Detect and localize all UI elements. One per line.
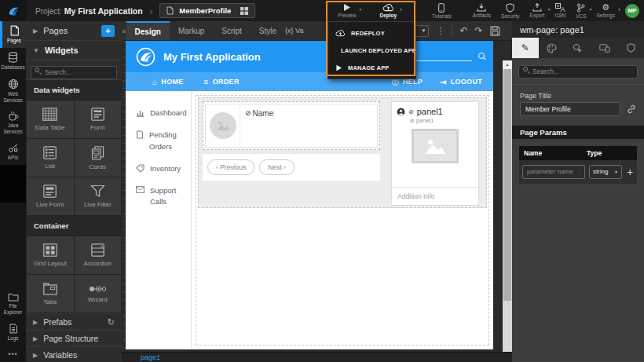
tab-security[interactable] [617, 38, 644, 58]
menu-item-manage-app[interactable]: MANAGE APP [328, 59, 415, 76]
sidebar-item-support-calls[interactable]: Support Calls [126, 180, 191, 214]
nav-home[interactable]: ⌂HOME [152, 78, 184, 86]
page-content-container[interactable]: ⊘ Name ‹ Previous Next › [196, 95, 489, 346]
image-placeholder-circle[interactable] [210, 112, 236, 139]
app-header[interactable]: My First Application [126, 41, 493, 72]
widget-tile-tabs[interactable]: Tabs [27, 275, 74, 313]
export-button[interactable]: Export ▼ [530, 3, 545, 18]
menu-item-launch-deployed-app[interactable]: LAUNCH DEPLOYED APP [328, 42, 415, 59]
variables-button[interactable]: {x} Va [285, 27, 303, 35]
top-bar: Project: My First Application › MemberPr… [0, 0, 644, 21]
canvas-scrollbar[interactable]: ▲ ▼ [503, 60, 512, 362]
artifacts-button[interactable]: Artifacts [473, 3, 491, 18]
deploy-label: Deploy [379, 13, 397, 18]
widget-tile-accordion[interactable]: Accordion [75, 236, 122, 274]
search-icon[interactable] [478, 53, 485, 60]
tab-properties[interactable]: ✎ [512, 38, 539, 58]
widget-search-input[interactable] [31, 66, 117, 79]
scroll-up-button[interactable]: ▲ [503, 60, 512, 69]
param-type-select[interactable]: string ▼ [589, 165, 622, 179]
rail-item-databases[interactable]: Databases [0, 48, 26, 75]
branch-icon [576, 3, 585, 13]
rail-item-file-explorer[interactable]: File Explorer [0, 288, 26, 320]
tab-devices[interactable] [591, 38, 618, 58]
variables-section-header[interactable]: ▶ Variables [26, 346, 122, 362]
widget-tile-live-form[interactable]: Live Form [27, 177, 74, 215]
widget-tile-wizard[interactable]: Wizard [75, 275, 122, 313]
page-tab-memberprofile[interactable]: MemberProfile [159, 3, 255, 18]
nav-logout[interactable]: ⇥LOGOUT [440, 78, 482, 86]
column-name: Name [519, 149, 587, 157]
bind-link-icon[interactable] [627, 104, 636, 114]
member-card[interactable]: ⊘ Name [203, 101, 380, 150]
app-main-content: ⊘ Name ‹ Previous Next › [192, 91, 493, 349]
tab-styles[interactable] [539, 38, 565, 58]
menu-item-redeploy[interactable]: REDEPLOY [328, 24, 415, 42]
rail-item-web-services[interactable]: Web Services [0, 75, 26, 108]
tab-design[interactable]: Design [126, 21, 170, 40]
rail-item-java-services[interactable]: Java Services [0, 107, 26, 139]
user-avatar[interactable]: MP [625, 4, 639, 18]
add-page-button[interactable]: + [101, 25, 115, 37]
prefabs-section-header[interactable]: ▶ Prefabs ↻ [26, 313, 122, 330]
more-options-icon[interactable]: ••• [0, 346, 26, 362]
save-icon[interactable] [490, 26, 500, 36]
refresh-icon[interactable]: ↻ [108, 317, 115, 327]
undo-icon[interactable]: ↶ [459, 25, 467, 36]
scrollbar-thumb[interactable] [503, 69, 511, 301]
properties-search-input[interactable] [518, 65, 638, 79]
sidebar-item-pending-orders[interactable]: Pending Orders [126, 124, 191, 158]
widget-tile-cards[interactable]: Cards [75, 139, 122, 177]
previous-button[interactable]: ‹ Previous [207, 159, 254, 175]
image-placeholder[interactable] [412, 129, 459, 163]
panel1-widget[interactable]: ⊘ panel1 ⊘ panel1 [391, 101, 479, 206]
app-body: Dashboard Pending Orders Inventory [126, 91, 493, 349]
rail-item-logs[interactable]: Logs [0, 320, 26, 346]
tutorials-button[interactable]: Tutorials [432, 3, 452, 19]
tab-events[interactable] [565, 38, 591, 58]
tabs-icon [43, 283, 57, 295]
sidebar-item-dashboard[interactable]: Dashboard [126, 102, 191, 124]
panel1-header[interactable]: ⊘ panel1 [392, 102, 478, 117]
redo-icon[interactable]: ↷ [474, 25, 482, 36]
page-params-header[interactable]: Page Params [512, 126, 644, 139]
coffee-cup-icon [8, 111, 19, 121]
settings-button[interactable]: ⚙ Settings ▼ [597, 3, 616, 18]
widget-tile-grid-layout[interactable]: Grid Layout [27, 236, 74, 274]
rail-item-apis[interactable]: APIs [0, 139, 26, 165]
i18n-button[interactable]: aA I18N [554, 3, 565, 18]
grid-icon[interactable] [240, 7, 248, 15]
live-form-icon [43, 185, 57, 198]
page-structure-section-header[interactable]: ▶ Page Structure [26, 330, 122, 346]
database-icon [8, 52, 18, 63]
vcs-button[interactable]: VCS ▼ [576, 3, 586, 19]
active-page-name[interactable]: page1 [141, 353, 160, 361]
wavemaker-logo[interactable] [0, 0, 26, 21]
widget-tile-list[interactable]: List [27, 139, 74, 177]
kebab-menu-icon[interactable]: ⋮ [436, 26, 445, 36]
tile-label: Form [90, 124, 105, 131]
name-field[interactable]: ⊘ Name [240, 104, 273, 147]
page-title-input[interactable] [520, 102, 620, 116]
widgets-section-header[interactable]: ▼ Widgets [26, 41, 122, 60]
widget-tile-form[interactable]: Form [75, 101, 122, 138]
envelope-icon [136, 186, 145, 193]
security-button[interactable]: Security [501, 3, 519, 19]
pages-section-header[interactable]: ▶ Pages + [26, 21, 122, 41]
deploy-button[interactable]: Deploy ▼ [379, 3, 397, 18]
next-button[interactable]: Next › [259, 159, 295, 175]
rail-item-pages[interactable]: Pages [0, 21, 26, 48]
tab-style[interactable]: Style [251, 21, 285, 40]
param-name-input[interactable] [522, 165, 585, 179]
sidebar-item-inventory[interactable]: Inventory [126, 158, 191, 180]
preview-button[interactable]: Preview ▼ [338, 3, 356, 18]
nav-order[interactable]: ≡ORDER [204, 78, 240, 86]
widget-tile-data-table[interactable]: Data Table [27, 101, 74, 138]
tab-markup[interactable]: Markup [170, 21, 213, 40]
widget-tile-live-filter[interactable]: Live Filter [75, 177, 122, 215]
list-widget-zone[interactable]: ⊘ Name ‹ Previous Next › [198, 97, 487, 208]
member-list-widget[interactable]: ⊘ Name ‹ Previous Next › [203, 101, 380, 181]
tab-script[interactable]: Script [213, 21, 251, 40]
add-param-button[interactable]: + [627, 166, 633, 178]
sidebar-dashboard-label: Dashboard [150, 108, 186, 119]
